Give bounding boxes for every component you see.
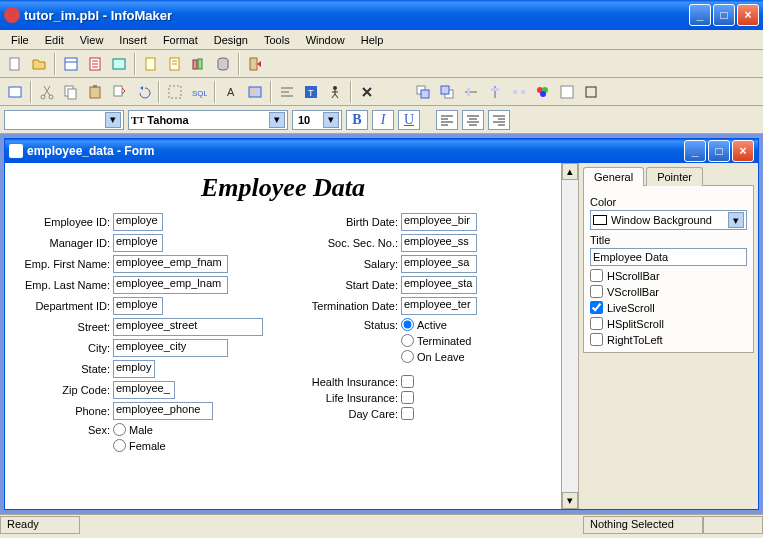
title-input[interactable] <box>590 248 747 266</box>
align-icon[interactable] <box>276 81 298 103</box>
check-livescroll[interactable]: LiveScroll <box>590 301 747 314</box>
label-phone[interactable]: Phone: <box>13 405 113 417</box>
underline-button[interactable]: U <box>398 110 420 130</box>
label-lins[interactable]: Life Insurance: <box>293 392 401 404</box>
label-status[interactable]: Status: <box>293 319 401 331</box>
menu-edit[interactable]: Edit <box>38 32 71 48</box>
menu-window[interactable]: Window <box>299 32 352 48</box>
label-city[interactable]: City: <box>13 342 113 354</box>
page-icon[interactable] <box>140 53 162 75</box>
tab-general[interactable]: General <box>583 167 644 186</box>
maximize-button[interactable]: □ <box>713 4 735 26</box>
form-icon[interactable] <box>60 53 82 75</box>
picture-icon[interactable] <box>244 81 266 103</box>
undo-icon[interactable] <box>132 81 154 103</box>
form-heading[interactable]: Employee Data <box>5 163 561 213</box>
check-vscrollbar[interactable]: VScrollBar <box>590 285 747 298</box>
menu-tools[interactable]: Tools <box>257 32 297 48</box>
menu-file[interactable]: File <box>4 32 36 48</box>
color-combo[interactable]: Window Background▾ <box>590 210 747 230</box>
run-icon[interactable] <box>324 81 346 103</box>
field-dept[interactable]: employe <box>113 297 163 315</box>
label-street[interactable]: Street: <box>13 321 113 333</box>
tab-order-icon[interactable]: T <box>300 81 322 103</box>
label-salary[interactable]: Salary: <box>293 258 401 270</box>
field-bdate[interactable]: employee_bir <box>401 213 477 231</box>
bring-front-icon[interactable] <box>412 81 434 103</box>
radio-terminated[interactable]: Terminated <box>401 334 471 347</box>
label-hins[interactable]: Health Insurance: <box>293 376 401 388</box>
menu-insert[interactable]: Insert <box>112 32 154 48</box>
radio-female[interactable]: Female <box>113 439 166 452</box>
cut-icon[interactable] <box>36 81 58 103</box>
field-zip[interactable]: employee_ <box>113 381 175 399</box>
send-back-icon[interactable] <box>436 81 458 103</box>
align-left-button[interactable] <box>436 110 458 130</box>
text-icon[interactable]: A <box>220 81 242 103</box>
menu-format[interactable]: Format <box>156 32 205 48</box>
copy-icon[interactable] <box>60 81 82 103</box>
script-icon[interactable] <box>164 53 186 75</box>
label-sex[interactable]: Sex: <box>13 424 113 436</box>
database-icon[interactable] <box>212 53 234 75</box>
select-icon[interactable] <box>164 81 186 103</box>
label-fname[interactable]: Emp. First Name: <box>13 258 113 270</box>
sql-icon[interactable]: SQL <box>188 81 210 103</box>
form-scrollbar[interactable]: ▴ ▾ <box>561 163 578 509</box>
child-minimize-button[interactable]: _ <box>684 140 706 162</box>
field-street[interactable]: employee_street <box>113 318 263 336</box>
font-size-combo[interactable]: 10▾ <box>292 110 342 130</box>
preview-icon[interactable] <box>4 81 26 103</box>
align-right-button[interactable] <box>488 110 510 130</box>
label-ssn[interactable]: Soc. Sec. No.: <box>293 237 401 249</box>
field-fname[interactable]: employee_emp_fnam <box>113 255 228 273</box>
minimize-button[interactable]: _ <box>689 4 711 26</box>
space-icon[interactable] <box>508 81 530 103</box>
check-hins[interactable] <box>401 375 414 388</box>
align-v-icon[interactable] <box>484 81 506 103</box>
bgcolor-icon[interactable] <box>556 81 578 103</box>
check-hsplitscroll[interactable]: HSplitScroll <box>590 317 747 330</box>
child-maximize-button[interactable]: □ <box>708 140 730 162</box>
radio-male[interactable]: Male <box>113 423 153 436</box>
field-tdate[interactable]: employee_ter <box>401 297 477 315</box>
object-combo[interactable]: ▾ <box>4 110 124 130</box>
field-sdate[interactable]: employee_sta <box>401 276 477 294</box>
field-ssn[interactable]: employee_ss <box>401 234 477 252</box>
bold-button[interactable]: B <box>346 110 368 130</box>
menu-help[interactable]: Help <box>354 32 391 48</box>
italic-button[interactable]: I <box>372 110 394 130</box>
field-mgr-id[interactable]: employe <box>113 234 163 252</box>
field-state[interactable]: employ <box>113 360 155 378</box>
library-icon[interactable] <box>188 53 210 75</box>
check-lins[interactable] <box>401 391 414 404</box>
border-icon[interactable] <box>580 81 602 103</box>
label-dept[interactable]: Department ID: <box>13 300 113 312</box>
report-icon[interactable] <box>84 53 106 75</box>
field-city[interactable]: employee_city <box>113 339 228 357</box>
label-tdate[interactable]: Termination Date: <box>293 300 401 312</box>
open-icon[interactable] <box>28 53 50 75</box>
label-state[interactable]: State: <box>13 363 113 375</box>
close-icon[interactable] <box>356 81 378 103</box>
field-phone[interactable]: employee_phone <box>113 402 213 420</box>
field-emp-id[interactable]: employe <box>113 213 163 231</box>
tab-pointer[interactable]: Pointer <box>646 167 703 186</box>
align-center-button[interactable] <box>462 110 484 130</box>
new-icon[interactable] <box>4 53 26 75</box>
scroll-up-icon[interactable]: ▴ <box>562 163 578 180</box>
field-lname[interactable]: employee_emp_lnam <box>113 276 228 294</box>
label-dcare[interactable]: Day Care: <box>293 408 401 420</box>
radio-active[interactable]: Active <box>401 318 447 331</box>
font-name-combo[interactable]: TT Tahoma▾ <box>128 110 288 130</box>
check-righttoleft[interactable]: RightToLeft <box>590 333 747 346</box>
radio-onleave[interactable]: On Leave <box>401 350 465 363</box>
form-canvas[interactable]: Employee Data Employee ID:employe Manage… <box>5 163 561 509</box>
label-emp-id[interactable]: Employee ID: <box>13 216 113 228</box>
label-sdate[interactable]: Start Date: <box>293 279 401 291</box>
label-lname[interactable]: Emp. Last Name: <box>13 279 113 291</box>
delete-icon[interactable] <box>108 81 130 103</box>
label-mgr-id[interactable]: Manager ID: <box>13 237 113 249</box>
exit-icon[interactable] <box>244 53 266 75</box>
label-zip[interactable]: Zip Code: <box>13 384 113 396</box>
